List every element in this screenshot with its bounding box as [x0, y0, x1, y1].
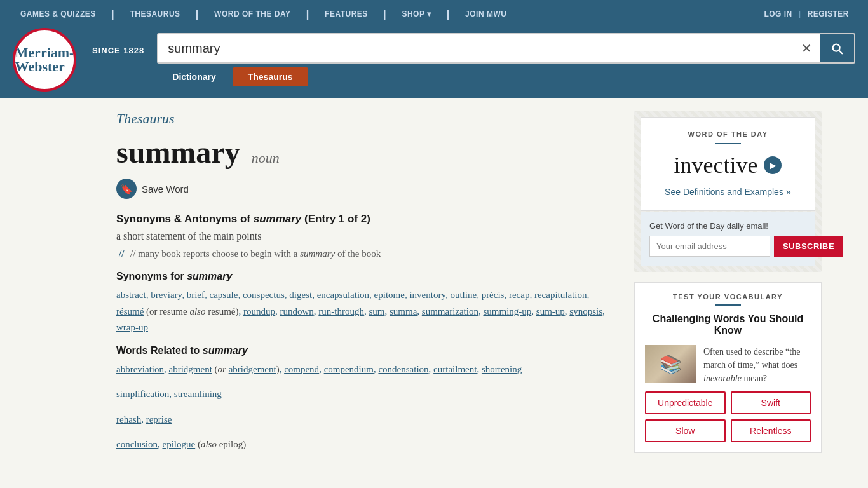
vocab-section: TEST YOUR VOCABULARY Challenging Words Y…: [634, 282, 822, 453]
bookmark-symbol: 🔖: [120, 183, 133, 195]
syn-epitome[interactable]: epitome: [374, 290, 405, 300]
vocab-choice-relentless[interactable]: Relentless: [731, 419, 811, 442]
syn-digest[interactable]: digest: [289, 290, 312, 300]
nav-log-in[interactable]: LOG IN: [757, 10, 798, 18]
nav-word-of-day[interactable]: WORD OF THE DAY: [207, 10, 298, 18]
search-bar-container: ✕: [157, 33, 855, 64]
section-title-info: (Entry 1 of 2): [304, 213, 370, 225]
nav-divider-1: |: [104, 8, 123, 21]
vocab-heading: TEST YOUR VOCABULARY: [645, 293, 811, 301]
syn-wrap-up[interactable]: wrap-up: [116, 322, 148, 332]
syn-brief[interactable]: brief: [187, 290, 205, 300]
rel-compend[interactable]: compend: [284, 364, 319, 374]
nav-divider-5: |: [439, 8, 458, 21]
syn-recap[interactable]: recap: [509, 290, 529, 300]
search-submit-button[interactable]: [820, 34, 854, 62]
rel-rehash[interactable]: rehash: [116, 414, 141, 424]
vocab-choice-swift[interactable]: Swift: [731, 391, 811, 414]
syn-recapitulation[interactable]: recapitulation: [534, 290, 587, 300]
syn-inventory[interactable]: inventory: [409, 290, 445, 300]
syn-precis[interactable]: précis: [482, 290, 505, 300]
top-nav-right: LOG IN | REGISTER: [757, 10, 855, 18]
wotd-word-text: invective: [674, 152, 758, 179]
rel-streamlining[interactable]: streamlining: [174, 389, 222, 399]
nav-games-quizzes[interactable]: GAMES & QUIZZES: [13, 10, 104, 18]
synonyms-list: abstract, breviary, brief, capsule, cons…: [116, 287, 615, 336]
rel-curtailment[interactable]: curtailment: [433, 364, 477, 374]
section-title-prefix: Synonyms & Antonyms of: [116, 213, 250, 225]
wotd-link[interactable]: See Definitions and Examples »: [654, 186, 802, 198]
rel-simplification[interactable]: simplification: [116, 389, 169, 399]
example-marks: //: [119, 248, 124, 259]
top-navigation: GAMES & QUIZZES | THESAURUS | WORD OF TH…: [0, 0, 868, 28]
syn-sum[interactable]: sum: [369, 306, 384, 316]
syn-breviary[interactable]: breviary: [151, 290, 182, 300]
main-content: Thesaurus summary noun 🔖 Save Word Synon…: [116, 111, 615, 462]
syn-encapsulation[interactable]: encapsulation: [317, 290, 369, 300]
wotd-card: WORD OF THE DAY invective ▶ See Definiti…: [641, 117, 815, 211]
vocab-choice-unpredictable[interactable]: Unpredictable: [645, 391, 726, 414]
email-input[interactable]: [649, 236, 770, 257]
rel-abridgment[interactable]: abridgment: [168, 364, 212, 374]
bookmark-icon[interactable]: 🔖: [116, 179, 137, 199]
syn-capsule[interactable]: capsule: [209, 290, 238, 300]
vocab-image-icon: 📚: [660, 354, 682, 375]
nav-shop[interactable]: SHOP ▾: [394, 10, 438, 18]
nav-join-mwu[interactable]: JOIN MWU: [458, 10, 514, 18]
related-list-3: rehash, reprise: [116, 412, 615, 428]
syn-synopsis[interactable]: synopsis: [569, 306, 602, 316]
related-list-2: simplification, streamlining: [116, 386, 615, 403]
rel-compendium[interactable]: compendium: [324, 364, 374, 374]
syn-conspectus[interactable]: conspectus: [243, 290, 285, 300]
vocab-choices: Unpredictable Swift Slow Relentless: [645, 391, 811, 442]
syn-sum-up[interactable]: sum-up: [536, 306, 565, 316]
vocab-choice-slow[interactable]: Slow: [645, 419, 726, 442]
tab-dictionary[interactable]: Dictionary: [157, 67, 231, 86]
email-section: Get Word of the Day daily email! SUBSCRI…: [641, 212, 815, 266]
nav-features[interactable]: FEATURES: [317, 10, 376, 18]
syn-abstract[interactable]: abstract: [116, 290, 146, 300]
tab-thesaurus[interactable]: Thesaurus: [233, 67, 308, 86]
section-title-word: summary: [254, 213, 302, 225]
search-tabs: Dictionary Thesaurus: [157, 67, 855, 86]
syn-roundup[interactable]: roundup: [243, 306, 275, 316]
syn-run-through[interactable]: run-through: [318, 306, 364, 316]
vocab-image-row: 📚 Often used to describe “the march of t…: [645, 345, 811, 385]
related-heading: Words Related to summary: [116, 345, 615, 356]
site-logo[interactable]: Merriam-Webster: [13, 28, 76, 92]
rel-shortening[interactable]: shortening: [482, 364, 522, 374]
nav-thesaurus[interactable]: THESAURUS: [122, 10, 187, 18]
syn-summarization[interactable]: summarization: [422, 306, 478, 316]
search-clear-button[interactable]: ✕: [794, 41, 820, 56]
syn-outline[interactable]: outline: [450, 290, 477, 300]
syn-resume[interactable]: résumé: [116, 306, 144, 316]
main-word: summary: [116, 135, 240, 170]
sound-icon[interactable]: ▶: [764, 156, 782, 174]
vocab-image: 📚: [645, 345, 696, 383]
syn-resume-note: (or resume also resumé): [146, 306, 238, 316]
sidebar: WORD OF THE DAY invective ▶ See Definiti…: [634, 111, 822, 462]
vocab-image-inner: 📚: [645, 345, 696, 383]
rel-abridgement[interactable]: abridgement: [229, 364, 276, 374]
related-heading-word: summary: [203, 345, 248, 356]
syn-summing-up[interactable]: summing-up: [483, 306, 531, 316]
email-row: SUBSCRIBE: [649, 236, 806, 257]
rel-conclusion[interactable]: conclusion: [116, 439, 158, 449]
synonyms-section-title: Synonyms & Antonyms of summary (Entry 1 …: [116, 213, 615, 226]
syn-summa[interactable]: summa: [390, 306, 417, 316]
rel-reprise[interactable]: reprise: [146, 414, 172, 424]
subscribe-button[interactable]: SUBSCRIBE: [774, 236, 843, 257]
nav-divider-3: |: [299, 8, 318, 21]
pos-label: noun: [252, 150, 280, 166]
syn-rundown[interactable]: rundown: [280, 306, 313, 316]
search-input[interactable]: [158, 41, 794, 56]
rel-abbreviation[interactable]: abbreviation: [116, 364, 164, 374]
example-word: summary: [300, 248, 335, 259]
rel-epilogue[interactable]: epilogue: [163, 439, 196, 449]
save-word-text[interactable]: Save Word: [142, 184, 189, 194]
nav-divider-2: |: [188, 8, 207, 21]
vocab-desc-word: inexorable: [703, 374, 742, 383]
wotd-word: invective ▶: [654, 152, 802, 179]
rel-condensation[interactable]: condensation: [378, 364, 428, 374]
nav-register[interactable]: REGISTER: [801, 10, 855, 18]
